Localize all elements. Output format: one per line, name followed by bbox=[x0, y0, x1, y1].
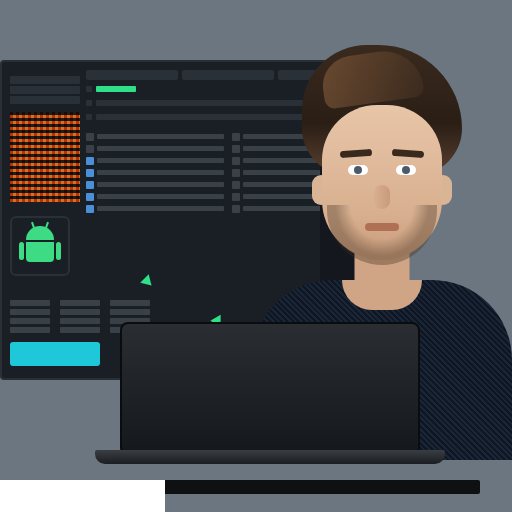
laptop-lid bbox=[120, 322, 420, 452]
editor-tab bbox=[86, 70, 178, 80]
android-icon bbox=[22, 226, 58, 266]
sidebar-row bbox=[10, 86, 80, 94]
laptop bbox=[95, 322, 445, 482]
highlight-bar bbox=[96, 86, 136, 92]
primary-action-button bbox=[10, 342, 100, 366]
sidebar-row bbox=[10, 76, 80, 84]
list-icon bbox=[232, 133, 240, 141]
file-list bbox=[86, 132, 224, 213]
file-icon bbox=[86, 193, 94, 201]
file-icon bbox=[86, 205, 94, 213]
file-icon bbox=[86, 157, 94, 165]
eye-icon bbox=[396, 165, 416, 175]
file-icon bbox=[86, 181, 94, 189]
file-icon bbox=[86, 133, 94, 141]
file-icon bbox=[86, 145, 94, 153]
editor-tab bbox=[182, 70, 274, 80]
list-icon bbox=[232, 169, 240, 177]
corner-block bbox=[0, 480, 165, 512]
android-badge bbox=[10, 216, 70, 276]
laptop-base bbox=[95, 450, 445, 464]
list-icon bbox=[232, 157, 240, 165]
list-icon bbox=[232, 145, 240, 153]
list-icon bbox=[232, 193, 240, 201]
eye-icon bbox=[348, 165, 368, 175]
heatmap-grid bbox=[10, 112, 80, 202]
file-icon bbox=[86, 169, 94, 177]
list-icon bbox=[232, 205, 240, 213]
sidebar-row bbox=[10, 96, 80, 104]
list-icon bbox=[232, 181, 240, 189]
